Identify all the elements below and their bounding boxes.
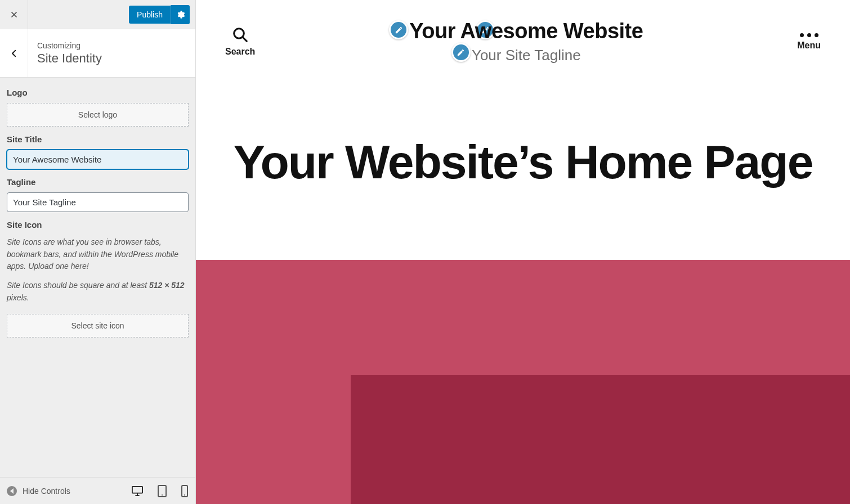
- site-title-input[interactable]: [7, 150, 189, 169]
- svg-point-4: [184, 494, 185, 496]
- search-label: Search: [225, 47, 255, 57]
- panel-header: Customizing Site Identity: [0, 29, 195, 78]
- menu-label: Menu: [797, 40, 821, 51]
- select-logo-button[interactable]: Select logo: [7, 103, 189, 127]
- hide-controls-label: Hide Controls: [23, 487, 70, 496]
- preview-site-title[interactable]: Your Awesome Website: [409, 19, 643, 43]
- featured-image-inner: [351, 375, 850, 504]
- device-preview-switcher: [131, 485, 189, 497]
- logo-label: Logo: [7, 88, 189, 97]
- edit-shortcut-tagline[interactable]: [451, 43, 471, 62]
- search-icon: [232, 26, 249, 43]
- pencil-icon: [457, 48, 465, 57]
- search-toggle[interactable]: Search: [225, 26, 255, 57]
- select-site-icon-button[interactable]: Select site icon: [7, 314, 189, 338]
- desktop-icon: [131, 485, 144, 497]
- publish-button-group: Publish: [129, 5, 190, 24]
- featured-image-block: [196, 260, 850, 504]
- panel-title: Site Identity: [37, 51, 102, 66]
- svg-rect-0: [132, 486, 142, 493]
- site-icon-help-1: Site Icons are what you see in browser t…: [7, 236, 189, 273]
- publish-button[interactable]: Publish: [129, 6, 171, 24]
- ellipsis-icon: [800, 33, 818, 37]
- preview-site-tagline: Your Site Tagline: [472, 47, 581, 64]
- site-icon-help-2: Site Icons should be square and at least…: [7, 280, 189, 304]
- site-title-label: Site Title: [7, 134, 189, 144]
- back-button[interactable]: [0, 29, 28, 77]
- device-desktop[interactable]: [131, 485, 144, 497]
- tagline-label: Tagline: [7, 177, 189, 187]
- tagline-input[interactable]: [7, 192, 189, 212]
- gear-icon: [176, 10, 185, 19]
- sidebar-topbar: Publish: [0, 0, 195, 29]
- publish-settings-button[interactable]: [171, 5, 190, 24]
- tablet-icon: [157, 485, 167, 497]
- pencil-icon: [395, 26, 403, 34]
- preview-header: Search Your Awesome Website Your Site Ta…: [196, 0, 850, 64]
- site-icon-label: Site Icon: [7, 220, 189, 230]
- collapse-icon: [7, 486, 17, 496]
- menu-toggle[interactable]: Menu: [797, 33, 821, 51]
- chevron-left-icon: [9, 48, 19, 58]
- device-tablet[interactable]: [157, 485, 167, 497]
- panel-breadcrumb: Customizing: [37, 41, 102, 50]
- hide-controls-button[interactable]: Hide Controls: [7, 486, 70, 496]
- panel-body: Logo Select logo Site Title Tagline Site…: [0, 78, 195, 477]
- close-icon: [10, 10, 19, 19]
- device-mobile[interactable]: [181, 485, 189, 497]
- close-customizer-button[interactable]: [0, 0, 28, 29]
- customizer-sidebar: Publish Customizing Site Identity Logo S…: [0, 0, 196, 504]
- page-title: Your Website’s Home Page: [196, 137, 850, 187]
- mobile-icon: [181, 485, 189, 497]
- sidebar-footer: Hide Controls: [0, 477, 195, 504]
- edit-shortcut-title-left[interactable]: [389, 20, 408, 39]
- svg-point-2: [162, 494, 163, 496]
- site-branding: Your Awesome Website Your Site Tagline: [409, 19, 643, 64]
- preview-pane: Search Your Awesome Website Your Site Ta…: [196, 0, 850, 504]
